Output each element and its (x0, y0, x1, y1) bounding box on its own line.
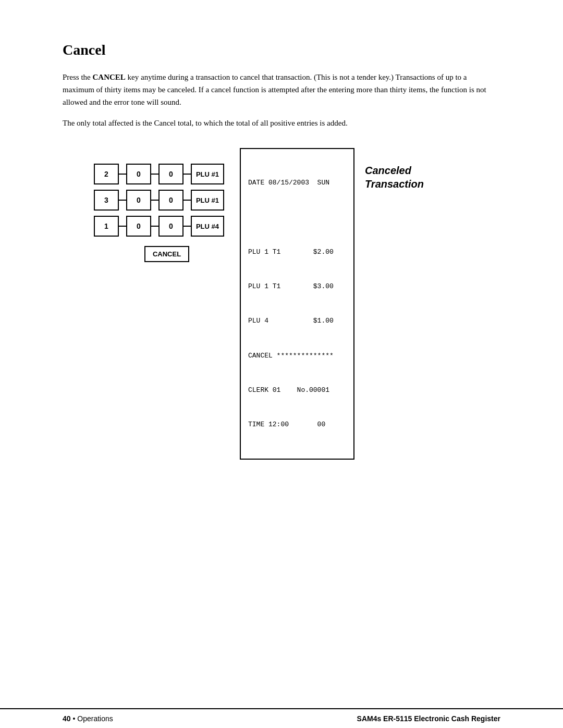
connector (151, 226, 158, 227)
canceled-line2: Transaction (365, 177, 424, 191)
key-row-3: 1 0 0 PLU #4 (94, 216, 224, 237)
page-title: Cancel (63, 42, 500, 58)
receipt-line-plu1t1-1: PLU 1 T1 $2.00 (248, 246, 346, 258)
receipt-line-cancel: CANCEL ************** (248, 350, 346, 362)
receipt-line-time: TIME 12:00 00 (248, 419, 346, 430)
connector (151, 174, 158, 175)
key-row-1: 2 0 0 PLU #1 (94, 164, 224, 184)
key-plu4-row3: PLU #4 (191, 216, 224, 237)
footer: 40 • Operations SAM4s ER-5115 Electronic… (0, 708, 563, 728)
receipt-line-date: DATE 08/15/2003 SUN (248, 177, 346, 189)
connector (119, 226, 126, 227)
description-paragraph-1: Press the CANCEL key anytime during a tr… (63, 71, 500, 108)
key-row-2: 3 0 0 PLU #1 (94, 190, 224, 211)
key-0d: 0 (158, 190, 183, 211)
key-1: 1 (94, 216, 119, 237)
key-0e: 0 (126, 216, 151, 237)
connector (119, 200, 126, 201)
key-plu1-row1: PLU #1 (191, 164, 224, 184)
cancel-button-row: CANCEL (109, 246, 224, 262)
connector (183, 174, 191, 175)
connector (151, 200, 158, 201)
key-0b: 0 (158, 164, 183, 184)
footer-bullet: • (72, 714, 77, 723)
canceled-line1: Canceled (365, 164, 424, 177)
receipt-line-blank (248, 212, 346, 223)
connector (183, 226, 191, 227)
keypad-section: 2 0 0 PLU #1 3 0 0 PLU #1 1 (94, 164, 224, 262)
key-0c: 0 (126, 190, 151, 211)
cancel-key[interactable]: CANCEL (144, 246, 189, 262)
footer-product: SAM4s ER-5115 Electronic Cash Register (357, 714, 500, 723)
receipt-box: DATE 08/15/2003 SUN PLU 1 T1 $2.00 PLU 1… (240, 148, 354, 460)
connector (183, 200, 191, 201)
key-3: 3 (94, 190, 119, 211)
key-plu1-row2: PLU #1 (191, 190, 224, 211)
footer-left: 40 • Operations (63, 714, 113, 723)
canceled-transaction-label: Canceled Transaction (365, 164, 424, 191)
footer-section: Operations (77, 714, 113, 723)
receipt-line-plu1t1-2: PLU 1 T1 $3.00 (248, 281, 346, 292)
key-0f: 0 (158, 216, 183, 237)
key-2: 2 (94, 164, 119, 184)
connector (119, 174, 126, 175)
receipt-line-clerk: CLERK 01 No.00001 (248, 385, 346, 396)
footer-page-number: 40 (63, 714, 71, 723)
receipt-line-plu4: PLU 4 $1.00 (248, 315, 346, 327)
description-paragraph-2: The only total affected is the Cancel to… (63, 117, 500, 129)
diagram-container: 2 0 0 PLU #1 3 0 0 PLU #1 1 (94, 148, 500, 460)
key-0a: 0 (126, 164, 151, 184)
